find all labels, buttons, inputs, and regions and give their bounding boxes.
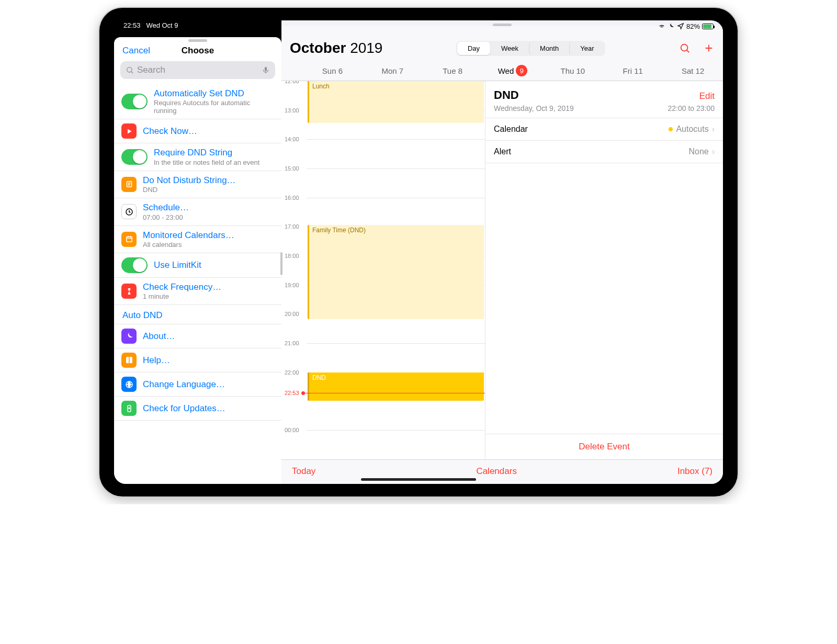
- day-wed[interactable]: Wed9: [483, 65, 543, 76]
- shortcut-row[interactable]: Do Not Disturb String…DND: [114, 171, 281, 198]
- view-month[interactable]: Month: [529, 42, 569, 55]
- week-row[interactable]: Sun 6Mon 7Tue 8Wed9Thu 10Fri 11Sat 12: [281, 61, 723, 81]
- play-icon: [121, 123, 137, 139]
- toggle-switch[interactable]: [121, 257, 148, 273]
- hour-label: 13:00: [285, 107, 299, 114]
- hour-label: 17:00: [285, 223, 299, 230]
- calendars-button[interactable]: Calendars: [476, 466, 517, 477]
- calendar-body: 12:0013:0014:0015:0016:0017:0018:0019:00…: [281, 81, 723, 459]
- calendar-row[interactable]: Calendar Autocuts›: [485, 118, 723, 141]
- shortcut-row[interactable]: Monitored Calendars…All calendars: [114, 226, 281, 253]
- today-button[interactable]: Today: [292, 466, 315, 477]
- event-time: 22:00 to 23:00: [668, 104, 715, 112]
- shortcut-row[interactable]: Check for Updates…: [114, 397, 281, 421]
- event-title: DND: [494, 88, 519, 102]
- row-title: Use LimitKit: [154, 260, 273, 270]
- edit-button[interactable]: Edit: [699, 91, 715, 101]
- toggle-switch[interactable]: [121, 149, 148, 165]
- search-field[interactable]: Search: [120, 61, 275, 79]
- row-title: Check Now…: [143, 126, 273, 137]
- day-sat[interactable]: Sat 12: [663, 65, 723, 76]
- day-mon[interactable]: Mon 7: [363, 65, 423, 76]
- hour-label: 20:00: [285, 311, 299, 317]
- shortcut-row[interactable]: About…: [114, 324, 281, 348]
- day-tue[interactable]: Tue 8: [423, 65, 483, 76]
- view-day[interactable]: Day: [457, 42, 490, 55]
- shortcut-row[interactable]: Automatically Set DNDRequires Autocuts f…: [114, 84, 281, 119]
- svg-marker-2: [128, 129, 132, 133]
- home-indicator[interactable]: [361, 478, 476, 481]
- cancel-button[interactable]: Cancel: [122, 46, 150, 56]
- row-sub: All calendars: [143, 241, 273, 248]
- row-sub: DND: [143, 186, 273, 194]
- book-icon: [121, 353, 137, 368]
- day-fri[interactable]: Fri 11: [603, 65, 663, 76]
- month-title: October 2019: [290, 40, 382, 57]
- svg-rect-1: [265, 67, 267, 71]
- row-title: Monitored Calendars…: [143, 230, 273, 241]
- hour-label: 21:00: [285, 340, 299, 346]
- calendar-panel: October 2019 DayWeekMonthYear Sun 6Mon 7…: [281, 20, 723, 484]
- hour-label: 22:00: [285, 369, 299, 376]
- clock-icon: [121, 204, 137, 219]
- row-title: Automatically Set DND: [154, 88, 273, 99]
- shortcut-row[interactable]: Check Frequency…1 minute: [114, 278, 281, 305]
- shortcut-row[interactable]: Check Now…: [114, 119, 281, 143]
- today-badge: 9: [516, 65, 527, 76]
- section-header: Auto DND: [114, 305, 281, 324]
- event-block[interactable]: Lunch: [308, 81, 484, 123]
- view-year[interactable]: Year: [569, 42, 604, 55]
- shortcut-row[interactable]: Help…: [114, 348, 281, 372]
- row-title: Do Not Disturb String…: [143, 175, 273, 186]
- alert-row[interactable]: Alert None›: [485, 141, 723, 163]
- update-icon: [121, 401, 137, 416]
- row-title: Require DND String: [154, 148, 273, 158]
- inbox-button[interactable]: Inbox (7): [677, 466, 712, 477]
- shortcut-row[interactable]: Schedule…07:00 - 23:00: [114, 198, 281, 225]
- view-segmented-control[interactable]: DayWeekMonthYear: [456, 41, 606, 56]
- row-title: Change Language…: [143, 379, 273, 390]
- timer-icon: [121, 284, 137, 299]
- note-icon: [121, 177, 137, 192]
- cal-icon: [121, 232, 137, 247]
- delete-event-button[interactable]: Delete Event: [485, 434, 723, 459]
- day-thu[interactable]: Thu 10: [542, 65, 603, 76]
- row-sub: 07:00 - 23:00: [143, 213, 273, 221]
- toggle-switch[interactable]: [121, 94, 148, 109]
- view-week[interactable]: Week: [490, 42, 529, 55]
- event-block[interactable]: DND: [308, 372, 484, 401]
- calendar-header: October 2019 DayWeekMonthYear: [281, 26, 723, 61]
- shortcuts-panel: Cancel Choose Search Automatically Set D…: [114, 37, 281, 484]
- svg-rect-5: [126, 237, 132, 242]
- row-sub: 1 minute: [143, 292, 273, 300]
- row-title: About…: [143, 331, 273, 342]
- shortcut-row[interactable]: Use LimitKit: [114, 253, 281, 278]
- row-title: Check for Updates…: [143, 403, 273, 414]
- status-time: 22:53: [123, 21, 141, 29]
- mic-icon[interactable]: [262, 66, 270, 74]
- event-block[interactable]: Family Time (DND): [308, 225, 484, 320]
- svg-point-0: [127, 67, 132, 72]
- search-icon[interactable]: [679, 42, 691, 54]
- shortcut-list[interactable]: Automatically Set DNDRequires Autocuts f…: [114, 84, 281, 484]
- search-icon: [126, 66, 134, 74]
- moon-icon: [121, 329, 137, 344]
- chevron-right-icon: ›: [712, 125, 715, 134]
- now-indicator: [304, 393, 485, 393]
- row-title: Check Frequency…: [143, 282, 273, 292]
- split-grabber[interactable]: [280, 252, 282, 275]
- day-timeline[interactable]: 12:0013:0014:0015:0016:0017:0018:0019:00…: [281, 81, 485, 459]
- shortcut-row[interactable]: Change Language…: [114, 372, 281, 397]
- row-title: Schedule…: [143, 202, 273, 213]
- hour-label: 12:00: [285, 81, 299, 84]
- search-placeholder: Search: [137, 65, 165, 75]
- day-sun[interactable]: Sun 6: [302, 65, 363, 76]
- calendar-footer: Today Calendars Inbox (7): [281, 459, 723, 484]
- add-icon[interactable]: [703, 42, 715, 54]
- globe-icon: [121, 377, 137, 392]
- shortcut-row[interactable]: Require DND StringIn the title or notes …: [114, 143, 281, 171]
- row-title: Help…: [143, 355, 273, 366]
- hour-label: 16:00: [285, 195, 299, 201]
- svg-point-8: [681, 44, 688, 51]
- hour-label: 00:00: [285, 427, 299, 433]
